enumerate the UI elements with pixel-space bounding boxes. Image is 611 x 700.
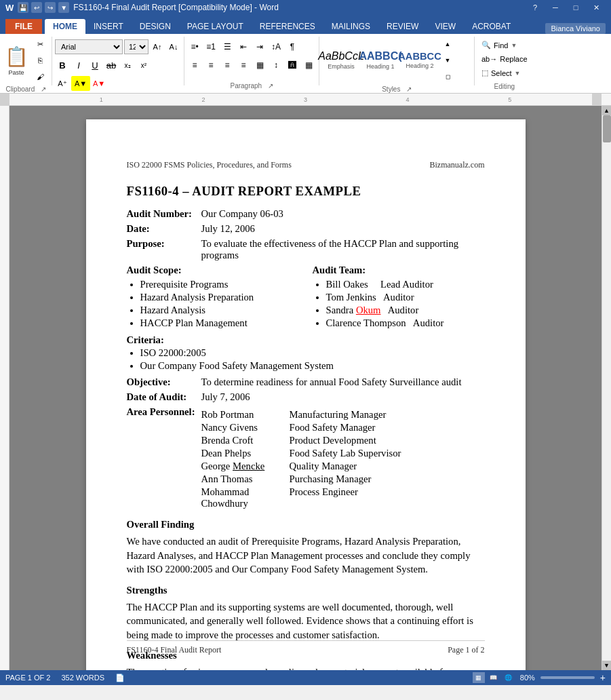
select-button[interactable]: ⬚ Select ▼ bbox=[477, 67, 532, 79]
window-controls: ? ─ □ ✕ bbox=[526, 1, 606, 14]
criteria-item-1: ISO 22000:2005 bbox=[140, 347, 485, 359]
scroll-up-btn[interactable]: ▲ bbox=[602, 106, 612, 115]
redo-quick-btn[interactable]: ↪ bbox=[45, 2, 56, 13]
ribbon-content: 📋 Paste ✂ ⎘ 🖌 Clipboard ↗ Arial 12 A↑ bbox=[0, 34, 611, 94]
scope-item-2: Hazard Analysis Preparation bbox=[140, 292, 299, 303]
bold-button[interactable]: B bbox=[55, 58, 70, 73]
subscript-button[interactable]: x₂ bbox=[120, 58, 135, 73]
increase-font-btn[interactable]: A↑ bbox=[150, 39, 165, 54]
status-right: ▦ 📖 🌐 80% + bbox=[473, 672, 606, 683]
align-left-btn[interactable]: ≡ bbox=[187, 58, 202, 73]
superscript-button[interactable]: x² bbox=[136, 58, 151, 73]
save-quick-btn[interactable]: 💾 bbox=[18, 2, 28, 13]
personnel-6: Ann Thomas Purchasing Manager bbox=[201, 473, 401, 485]
increase-indent-btn[interactable]: ⇥ bbox=[252, 39, 267, 54]
quick-access-dropdown[interactable]: ▼ bbox=[58, 2, 69, 13]
sort-btn[interactable]: ↕A bbox=[269, 39, 283, 54]
field-audit-number: Audit Number: Our Company 06-03 bbox=[127, 208, 485, 220]
tab-mailings[interactable]: MAILINGS bbox=[323, 19, 378, 34]
left-ruler bbox=[0, 106, 9, 670]
italic-button[interactable]: I bbox=[71, 58, 86, 73]
maximize-btn[interactable]: □ bbox=[566, 1, 585, 14]
web-view-btn[interactable]: 🌐 bbox=[502, 672, 515, 683]
read-view-btn[interactable]: 📖 bbox=[488, 672, 500, 683]
styles-more[interactable]: ◻ bbox=[440, 69, 455, 84]
shading-btn[interactable]: 🅰 bbox=[285, 58, 300, 73]
align-right-btn[interactable]: ≡ bbox=[220, 58, 235, 73]
tab-page-layout[interactable]: PAGE LAYOUT bbox=[179, 19, 252, 34]
scroll-down-btn[interactable]: ▼ bbox=[602, 661, 612, 670]
multilevel-btn[interactable]: ☰ bbox=[220, 39, 235, 54]
user-name: Bianca Viviano bbox=[540, 23, 611, 34]
document-content-area[interactable]: ISO 22000 FSMS Policies, Procedures, and… bbox=[9, 106, 602, 670]
vertical-scrollbar[interactable]: ▲ ▼ bbox=[602, 106, 611, 670]
status-bar: PAGE 1 OF 2 352 WORDS 📄 ▦ 📖 🌐 80% + bbox=[0, 670, 611, 685]
font-size-select[interactable]: 12 bbox=[124, 39, 149, 54]
line-spacing-btn[interactable]: ↕ bbox=[269, 58, 283, 73]
close-btn[interactable]: ✕ bbox=[587, 1, 606, 14]
cut-button[interactable]: ✂ bbox=[31, 37, 49, 52]
format-painter-button[interactable]: 🖌 bbox=[31, 69, 49, 84]
paste-icon: 📋 bbox=[5, 45, 28, 68]
strengths-text: The HACCP Plan and its supporting system… bbox=[127, 600, 485, 642]
numbering-btn[interactable]: ≡1 bbox=[203, 39, 218, 54]
font-color-btn[interactable]: A▼ bbox=[92, 76, 106, 91]
tab-view[interactable]: VIEW bbox=[427, 19, 464, 34]
audit-scope-list: Prerequisite Programs Hazard Analysis Pr… bbox=[127, 279, 299, 329]
scroll-track[interactable] bbox=[602, 115, 611, 661]
undo-quick-btn[interactable]: ↩ bbox=[31, 2, 42, 13]
tab-insert[interactable]: INSERT bbox=[85, 19, 132, 34]
help-btn[interactable]: ? bbox=[526, 1, 545, 14]
tab-acrobat[interactable]: ACROBAT bbox=[464, 19, 519, 34]
style-heading2[interactable]: AABBCC Heading 2 bbox=[401, 41, 439, 80]
personnel-1: Rob Portman Manufacturing Manager bbox=[201, 409, 401, 421]
decrease-font-btn[interactable]: A↓ bbox=[166, 39, 181, 54]
style-heading1[interactable]: AABBC( Heading 1 bbox=[361, 41, 399, 80]
strikethrough-button[interactable]: ab bbox=[104, 58, 119, 73]
word-count: 352 WORDS bbox=[61, 674, 104, 682]
paste-button[interactable]: 📋 Paste bbox=[3, 42, 30, 79]
divider-2 bbox=[184, 37, 184, 85]
date-label: Date: bbox=[127, 223, 201, 235]
highlight-btn[interactable]: A▼ bbox=[71, 76, 90, 91]
tab-review[interactable]: REVIEW bbox=[378, 19, 427, 34]
styles-scroll-up[interactable]: ▲ bbox=[440, 37, 455, 52]
border-btn[interactable]: ▦ bbox=[301, 58, 316, 73]
audit-number-label: Audit Number: bbox=[127, 208, 201, 220]
tab-home[interactable]: HOME bbox=[45, 19, 85, 34]
minimize-btn[interactable]: ─ bbox=[546, 1, 565, 14]
title-bar-left: W 💾 ↩ ↪ ▼ FS1160-4 Final Audit Report [C… bbox=[5, 2, 279, 13]
print-view-btn[interactable]: ▦ bbox=[473, 672, 485, 683]
show-formatting-btn[interactable]: ¶ bbox=[285, 39, 300, 54]
document-page[interactable]: ISO 22000 FSMS Policies, Procedures, and… bbox=[86, 119, 526, 670]
tab-references[interactable]: REFERENCES bbox=[252, 19, 323, 34]
audit-scope-label: Audit Scope: bbox=[127, 265, 299, 276]
tab-design[interactable]: DESIGN bbox=[132, 19, 179, 34]
view-buttons: ▦ 📖 🌐 bbox=[473, 672, 515, 683]
justify-btn[interactable]: ≡ bbox=[236, 58, 251, 73]
ribbon-group-styles: AaBbCcL Emphasis AABBC( Heading 1 AABBCC… bbox=[322, 37, 471, 91]
align-center-btn[interactable]: ≡ bbox=[203, 58, 218, 73]
underline-button[interactable]: U bbox=[87, 58, 102, 73]
zoom-slider[interactable] bbox=[540, 676, 595, 679]
styles-scroll-down[interactable]: ▼ bbox=[440, 53, 455, 68]
scroll-thumb[interactable] bbox=[603, 115, 611, 142]
copy-button[interactable]: ⎘ bbox=[31, 53, 49, 68]
purpose-value: To evaluate the effectiveness of the HAC… bbox=[201, 238, 485, 261]
replace-button[interactable]: ab→ Replace bbox=[477, 54, 532, 64]
font-name-select[interactable]: Arial bbox=[55, 39, 123, 54]
tab-file[interactable]: FILE bbox=[5, 19, 42, 34]
field-criteria: Criteria: ISO 22000:2005 Our Company Foo… bbox=[127, 334, 485, 373]
date-value: July 12, 2006 bbox=[201, 223, 255, 235]
user-account[interactable]: Bianca Viviano bbox=[545, 23, 606, 34]
criteria-label: Criteria: bbox=[127, 334, 485, 346]
text-effects-btn[interactable]: A⁺ bbox=[55, 76, 70, 91]
objective-value: To determine readiness for annual Food S… bbox=[201, 376, 462, 388]
zoom-in-btn[interactable]: + bbox=[600, 672, 606, 683]
style-emphasis[interactable]: AaBbCcL Emphasis bbox=[322, 41, 360, 80]
bullets-btn[interactable]: ≡• bbox=[187, 39, 202, 54]
ribbon-group-clipboard: 📋 Paste ✂ ⎘ 🖌 Clipboard ↗ bbox=[3, 37, 49, 91]
find-button[interactable]: 🔍 Find ▼ bbox=[477, 39, 532, 51]
decrease-indent-btn[interactable]: ⇤ bbox=[236, 39, 251, 54]
column-btn[interactable]: ▦ bbox=[252, 58, 267, 73]
